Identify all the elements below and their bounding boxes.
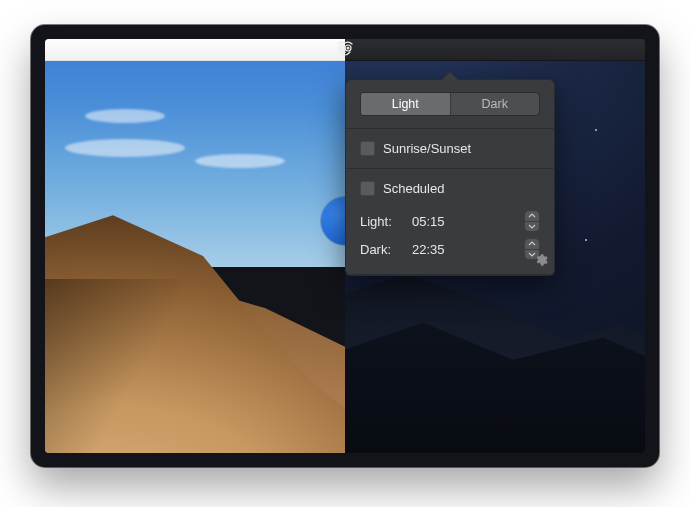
popover: Light Dark Sunrise/Sunset Scheduled <box>345 79 555 276</box>
cloud <box>65 139 185 157</box>
owl-icon[interactable] <box>335 41 355 63</box>
dark-time-label: Dark: <box>360 242 402 257</box>
light-time-value[interactable]: 05:15 <box>412 214 514 229</box>
dune-front <box>45 163 345 453</box>
dark-time-row: Dark: 22:35 <box>360 238 540 260</box>
scheduled-section: Scheduled Light: 05:15 Dark: 22:35 <box>346 169 554 275</box>
svg-point-2 <box>341 47 343 49</box>
app-window: Light Dark Sunrise/Sunset Scheduled <box>31 25 659 467</box>
segmented-section: Light Dark <box>346 80 554 129</box>
split-wallpaper: Light Dark Sunrise/Sunset Scheduled <box>45 39 645 453</box>
viewport: Light Dark Sunrise/Sunset Scheduled <box>45 39 645 453</box>
dark-time-value[interactable]: 22:35 <box>412 242 514 257</box>
day-half <box>45 39 345 453</box>
menubar-dark <box>345 39 645 61</box>
scheduled-row[interactable]: Scheduled <box>360 181 540 196</box>
light-time-stepper[interactable] <box>524 210 540 232</box>
light-time-label: Light: <box>360 214 402 229</box>
day-dunes <box>45 163 345 453</box>
chevron-up-icon[interactable] <box>525 211 539 221</box>
svg-point-3 <box>347 47 349 49</box>
gear-icon[interactable] <box>534 253 548 270</box>
sunrise-section: Sunrise/Sunset <box>346 129 554 169</box>
segment-light[interactable]: Light <box>361 93 450 115</box>
scheduled-checkbox[interactable] <box>360 181 375 196</box>
sunrise-sunset-label: Sunrise/Sunset <box>383 141 471 156</box>
chevron-down-icon[interactable] <box>525 221 539 232</box>
sunrise-sunset-checkbox[interactable] <box>360 141 375 156</box>
sunrise-sunset-row[interactable]: Sunrise/Sunset <box>360 141 540 156</box>
chevron-up-icon[interactable] <box>525 239 539 249</box>
light-time-row: Light: 05:15 <box>360 210 540 232</box>
appearance-segment: Light Dark <box>360 92 540 116</box>
cloud <box>85 109 165 123</box>
scheduled-label: Scheduled <box>383 181 444 196</box>
menubar-light <box>45 39 345 61</box>
segment-dark[interactable]: Dark <box>450 93 540 115</box>
